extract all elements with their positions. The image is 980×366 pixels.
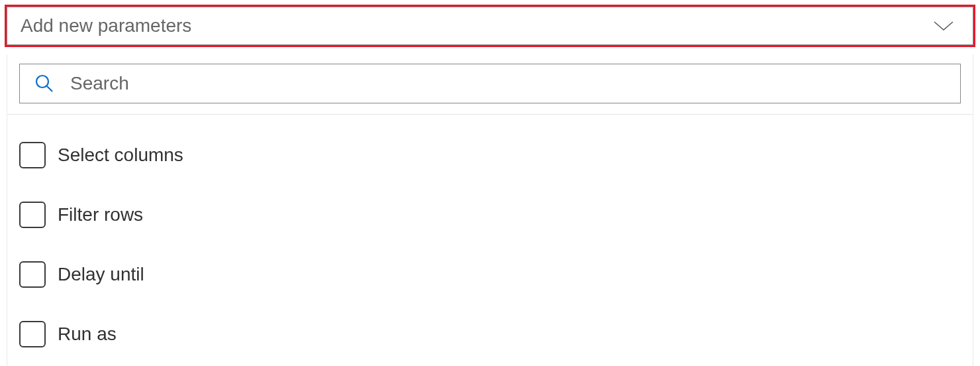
option-label: Filter rows (58, 204, 143, 225)
option-select-columns[interactable]: Select columns (19, 125, 961, 185)
option-label: Run as (58, 324, 117, 345)
option-label: Delay until (58, 264, 144, 285)
options-list: Select columns Filter rows Delay until R… (7, 115, 973, 364)
search-box[interactable] (19, 64, 961, 103)
svg-line-1 (47, 86, 52, 91)
add-new-parameters-dropdown[interactable]: Add new parameters (7, 7, 973, 45)
checkbox[interactable] (19, 202, 46, 228)
search-wrap (7, 54, 973, 115)
option-filter-rows[interactable]: Filter rows (19, 185, 961, 245)
checkbox[interactable] (19, 142, 46, 168)
option-delay-until[interactable]: Delay until (19, 245, 961, 304)
dropdown-placeholder: Add new parameters (21, 15, 191, 36)
checkbox[interactable] (19, 321, 46, 347)
search-input[interactable] (70, 73, 946, 94)
svg-point-0 (36, 76, 48, 88)
parameters-panel: Select columns Filter rows Delay until R… (7, 54, 973, 366)
chevron-down-icon (933, 20, 954, 32)
option-label: Select columns (58, 145, 183, 166)
option-run-as[interactable]: Run as (19, 304, 961, 364)
search-icon (34, 74, 54, 93)
checkbox[interactable] (19, 261, 46, 288)
